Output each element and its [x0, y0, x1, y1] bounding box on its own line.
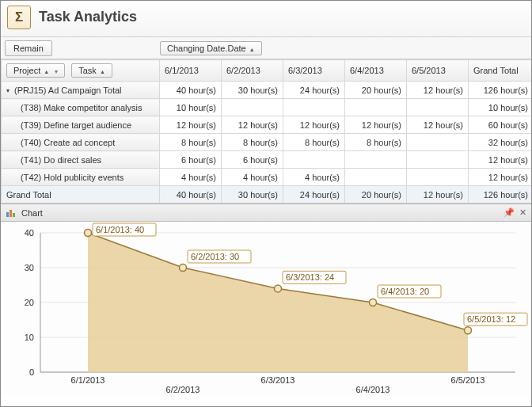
- close-icon[interactable]: ✕: [519, 207, 526, 218]
- data-cell[interactable]: 6 hour(s): [160, 151, 222, 169]
- svg-rect-1: [10, 210, 12, 217]
- rowfield-header[interactable]: Project Task: [2, 60, 160, 82]
- svg-rect-2: [13, 213, 15, 217]
- svg-point-22: [85, 230, 92, 237]
- svg-text:6/2/2013: 6/2/2013: [166, 385, 200, 394]
- column-header-row: Project Task 6/1/2013 6/2/2013 6/3/2013 …: [2, 60, 533, 82]
- table-row[interactable]: (T39) Define target audience12 hour(s)12…: [2, 116, 533, 134]
- row-header[interactable]: (T39) Define target audience: [2, 116, 160, 134]
- data-cell[interactable]: 20 hour(s): [345, 82, 407, 99]
- row-header[interactable]: (T38) Make competitor analysis: [2, 99, 160, 116]
- data-cell[interactable]: [222, 99, 283, 116]
- data-cell[interactable]: 8 hour(s): [222, 134, 283, 151]
- col-header[interactable]: 6/1/2013: [160, 60, 222, 82]
- data-cell[interactable]: [345, 169, 407, 186]
- svg-text:6/1/2013: 40: 6/1/2013: 40: [96, 225, 144, 234]
- data-cell[interactable]: 12 hour(s): [283, 116, 345, 134]
- row-header[interactable]: (T42) Hold publicity events: [2, 169, 160, 186]
- table-row[interactable]: (T40) Create ad concept8 hour(s)8 hour(s…: [2, 134, 533, 151]
- row-total-cell[interactable]: 10 hour(s): [469, 99, 533, 116]
- data-cell[interactable]: 10 hour(s): [160, 99, 222, 116]
- row-total-cell[interactable]: 12 hour(s): [469, 169, 533, 186]
- data-cell[interactable]: 8 hour(s): [160, 134, 222, 151]
- data-cell[interactable]: [345, 99, 407, 116]
- data-cell[interactable]: 6 hour(s): [222, 151, 283, 169]
- row-label: (T39) Define target audience: [21, 120, 131, 130]
- data-cell[interactable]: 8 hour(s): [283, 134, 345, 151]
- group-field-pill[interactable]: Changing Date.Date: [160, 41, 262, 55]
- data-cell[interactable]: [345, 151, 407, 169]
- filter-icon[interactable]: [52, 66, 58, 75]
- grand-total-row[interactable]: Grand Total40 hour(s)30 hour(s)24 hour(s…: [2, 186, 533, 204]
- expand-collapse-icon[interactable]: [6, 86, 11, 95]
- data-cell[interactable]: 12 hour(s): [222, 116, 283, 134]
- svg-text:6/3/2013: 24: 6/3/2013: 24: [286, 272, 334, 282]
- group-field-label: Changing Date.Date: [167, 44, 246, 53]
- data-cell[interactable]: 40 hour(s): [160, 82, 222, 99]
- svg-point-28: [275, 285, 282, 292]
- table-row[interactable]: (PRJ15) Ad Campaign Total40 hour(s)30 ho…: [2, 82, 533, 99]
- project-field-pill[interactable]: Project: [6, 63, 65, 78]
- data-cell[interactable]: 8 hour(s): [345, 134, 407, 151]
- svg-text:6/5/2013: 12: 6/5/2013: 12: [467, 314, 515, 324]
- svg-text:20: 20: [25, 298, 34, 307]
- remain-button[interactable]: Remain: [5, 40, 52, 56]
- data-cell[interactable]: 30 hour(s): [222, 82, 283, 99]
- svg-text:40: 40: [25, 228, 34, 238]
- svg-text:30: 30: [25, 263, 34, 272]
- row-label: (T40) Create ad concept: [21, 138, 115, 147]
- table-row[interactable]: (T38) Make competitor analysis10 hour(s)…: [2, 99, 533, 116]
- data-cell[interactable]: [407, 169, 469, 186]
- table-row[interactable]: (T41) Do direct sales6 hour(s)6 hour(s)1…: [2, 151, 533, 169]
- svg-point-31: [370, 299, 377, 306]
- data-cell[interactable]: 12 hour(s): [407, 116, 469, 134]
- row-header[interactable]: (T40) Create ad concept: [2, 134, 160, 151]
- col-header[interactable]: 6/2/2013: [222, 60, 283, 82]
- svg-text:6/1/2013: 6/1/2013: [71, 375, 105, 385]
- grand-total-col-header[interactable]: Grand Total: [469, 60, 533, 82]
- grand-total-cell[interactable]: 30 hour(s): [222, 186, 283, 204]
- sort-asc-icon: [44, 66, 49, 75]
- data-cell[interactable]: [407, 99, 469, 116]
- pin-icon[interactable]: 📌: [504, 207, 515, 218]
- svg-text:0: 0: [29, 367, 34, 377]
- chart-title: Chart: [21, 208, 499, 218]
- row-total-cell[interactable]: 12 hour(s): [469, 151, 533, 169]
- filter-dropzone-left[interactable]: Remain: [1, 44, 156, 53]
- data-cell[interactable]: 12 hour(s): [407, 82, 469, 99]
- grand-total-row-header[interactable]: Grand Total: [2, 186, 160, 204]
- row-total-cell[interactable]: 126 hour(s): [469, 82, 533, 99]
- chart-panel: Chart 📌 ✕ 0102030406/1/20136/2/20136/3/2…: [1, 204, 531, 396]
- task-field-pill[interactable]: Task: [71, 63, 112, 78]
- app-header: Σ Task Analytics: [1, 1, 531, 37]
- data-cell[interactable]: 12 hour(s): [160, 116, 222, 134]
- row-total-cell[interactable]: 60 hour(s): [469, 116, 533, 134]
- row-total-cell[interactable]: 32 hour(s): [469, 134, 533, 151]
- grand-total-total-cell[interactable]: 126 hour(s): [469, 186, 533, 204]
- table-row[interactable]: (T42) Hold publicity events4 hour(s)4 ho…: [2, 169, 533, 186]
- col-header[interactable]: 6/5/2013: [407, 60, 469, 82]
- col-header[interactable]: 6/4/2013: [345, 60, 407, 82]
- chart-icon: [6, 208, 17, 218]
- data-cell[interactable]: 4 hour(s): [222, 169, 283, 186]
- grand-total-cell[interactable]: 20 hour(s): [345, 186, 407, 204]
- svg-text:6/2/2013: 30: 6/2/2013: 30: [191, 252, 239, 261]
- chart-panel-header[interactable]: Chart 📌 ✕: [1, 204, 531, 222]
- col-header[interactable]: 6/3/2013: [283, 60, 345, 82]
- svg-point-25: [180, 264, 187, 272]
- row-header[interactable]: (PRJ15) Ad Campaign Total: [2, 82, 160, 99]
- data-cell[interactable]: 4 hour(s): [160, 169, 222, 186]
- data-cell[interactable]: [407, 151, 469, 169]
- data-cell[interactable]: [283, 99, 345, 116]
- svg-text:10: 10: [25, 333, 34, 342]
- grand-total-cell[interactable]: 24 hour(s): [283, 186, 345, 204]
- data-cell[interactable]: [407, 134, 469, 151]
- project-field-label: Project: [13, 66, 40, 75]
- grand-total-cell[interactable]: 12 hour(s): [407, 186, 469, 204]
- data-cell[interactable]: [283, 151, 345, 169]
- data-cell[interactable]: 12 hour(s): [345, 116, 407, 134]
- grand-total-cell[interactable]: 40 hour(s): [160, 186, 222, 204]
- data-cell[interactable]: 24 hour(s): [283, 82, 345, 99]
- row-header[interactable]: (T41) Do direct sales: [2, 151, 160, 169]
- data-cell[interactable]: 4 hour(s): [283, 169, 345, 186]
